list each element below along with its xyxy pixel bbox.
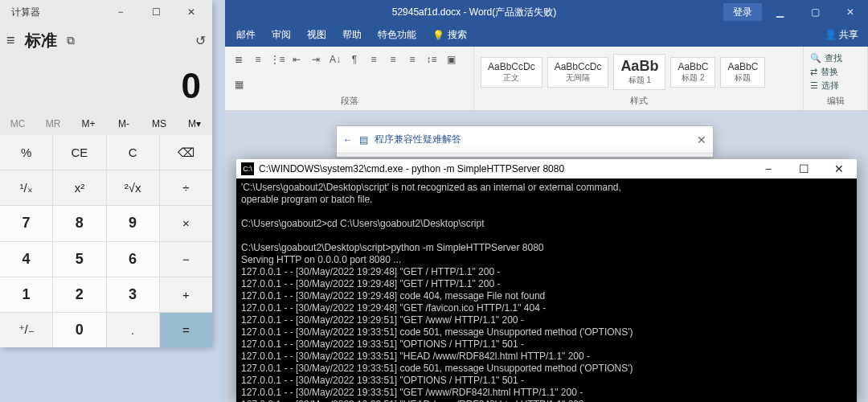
style-无间隔[interactable]: AaBbCcDc无间隔 [547,57,609,88]
key-÷[interactable]: ÷ [160,170,212,205]
ribbon-label-styles: 样式 [481,94,796,107]
word-share-label: 共享 [839,29,858,40]
key-¹/ₓ[interactable]: ¹/ₓ [0,170,52,205]
replace-button[interactable]: ⇄替换 [810,66,842,78]
ribbon-group-paragraph: ≣ ≡ ⋮≡ ⇤ ⇥ A↓ ¶ ≡ ≡ ≡ ↕≡ ▣ ▦ 段落 [225,47,474,110]
styles-gallery[interactable]: AaBbCcDc正文AaBbCcDc无间隔AaBb标题 1AaBbC标题 2Aa… [481,50,796,94]
key-CE[interactable]: CE [53,135,105,170]
key-²√x[interactable]: ²√x [107,170,159,205]
word-share-button[interactable]: 👤 共享 [815,23,868,47]
word-search[interactable]: 💡 搜索 [424,23,475,47]
word-login-button[interactable]: 登录 [723,3,762,21]
style-正文[interactable]: AaBbCcDc正文 [481,57,542,88]
tab-view[interactable]: 视图 [299,23,334,47]
cmd-minimize-icon[interactable]: − [751,162,786,175]
style-标题 2[interactable]: AaBbC标题 2 [670,57,715,88]
borders-icon[interactable]: ▦ [231,77,246,92]
select-icon: ☰ [810,80,818,91]
pin-icon[interactable]: ⧉ [67,34,75,47]
indent-increase-icon[interactable]: ⇥ [309,52,323,67]
key-−[interactable]: − [160,242,212,277]
align-left-icon[interactable]: ≡ [366,52,381,67]
tab-help[interactable]: 帮助 [334,23,370,47]
calculator-window: 计算器 − ☐ ✕ ≡ 标准 ⧉ ↺ 0 MCMRM+M-MSM▾ %CEC⌫¹… [0,0,212,347]
calc-header: ≡ 标准 ⧉ ↺ [0,24,212,56]
key-9[interactable]: 9 [107,206,159,240]
key-x²[interactable]: x² [53,170,105,205]
key-1[interactable]: 1 [0,277,52,312]
mem-m+[interactable]: M+ [71,113,106,135]
hamburger-icon[interactable]: ≡ [6,32,15,49]
bullets-icon[interactable]: ≣ [231,52,246,67]
calc-mode: 标准 [25,30,57,51]
cmd-icon: C:\ [241,162,254,175]
key-⁺/₋[interactable]: ⁺/₋ [0,313,52,347]
ribbon-label-paragraph: 段落 [231,94,467,107]
tab-mail[interactable]: 邮件 [228,23,264,47]
align-right-icon[interactable]: ≡ [405,52,420,67]
key-2[interactable]: 2 [53,277,105,312]
calc-minimize-icon[interactable]: − [103,0,138,24]
sort-icon[interactable]: A↓ [328,52,342,67]
word-titlebar: 52945af1d.docx - Word(产品激活失败) 登录 ▁ ▢ ✕ [225,0,868,24]
numbering-icon[interactable]: ≡ [251,52,265,67]
word-search-label: 搜索 [448,28,467,42]
key-C[interactable]: C [107,135,159,170]
compat-dialog: ← ▤ 程序兼容性疑难解答 ✕ [336,125,714,158]
mem-mr[interactable]: MR [35,113,71,135]
select-button[interactable]: ☰选择 [810,80,842,92]
cmd-close-icon[interactable]: ✕ [821,162,857,175]
ribbon-label-edit: 编辑 [810,94,861,107]
cmd-output[interactable]: 'C:\Users\goabout2\Desktop\script' is no… [236,178,857,402]
calc-maximize-icon[interactable]: ☐ [138,0,174,24]
key-3[interactable]: 3 [107,277,159,312]
word-title-text: 52945af1d.docx - Word(产品激活失败) [225,6,723,19]
key-.[interactable]: . [107,313,159,347]
paragraph-mark-icon[interactable]: ¶ [347,52,362,67]
key-7[interactable]: 7 [0,206,52,240]
tab-review[interactable]: 审阅 [264,23,299,47]
calc-memory-row: MCMRM+M-MSM▾ [0,113,212,135]
key-4[interactable]: 4 [0,242,52,277]
key-+[interactable]: + [160,277,212,312]
back-icon[interactable]: ← [343,134,353,146]
mem-m▾[interactable]: M▾ [177,113,212,135]
find-icon: 🔍 [810,53,821,64]
key-⌫[interactable]: ⌫ [160,135,212,170]
share-icon: 👤 [825,29,837,40]
word-maximize-icon[interactable]: ▢ [797,6,833,18]
key-6[interactable]: 6 [107,242,159,277]
shading-icon[interactable]: ▣ [444,52,458,67]
calc-close-icon[interactable]: ✕ [174,0,209,24]
align-center-icon[interactable]: ≡ [386,52,400,67]
dialog-close-icon[interactable]: ✕ [697,133,706,146]
word-close-icon[interactable]: ✕ [833,6,868,18]
history-icon[interactable]: ↺ [195,33,206,48]
mem-mc[interactable]: MC [0,113,35,135]
word-minimize-icon[interactable]: ▁ [762,6,797,18]
calc-title: 计算器 [3,6,103,19]
cmd-title: C:\WINDOWS\system32\cmd.exe - python -m … [259,163,751,174]
word-ribbon: ≣ ≡ ⋮≡ ⇤ ⇥ A↓ ¶ ≡ ≡ ≡ ↕≡ ▣ ▦ 段落 AaBbCcDc… [225,47,868,111]
calc-display: 0 [0,56,212,113]
key-×[interactable]: × [160,206,212,240]
key-=[interactable]: = [160,313,212,347]
style-标题 1[interactable]: AaBb标题 1 [613,54,665,90]
key-5[interactable]: 5 [53,242,105,277]
key-%[interactable]: % [0,135,52,170]
style-标题[interactable]: AaBbC标题 [720,57,765,88]
multilevel-icon[interactable]: ⋮≡ [270,52,285,67]
mem-ms[interactable]: MS [141,113,177,135]
cmd-maximize-icon[interactable]: ☐ [786,162,821,175]
line-spacing-icon[interactable]: ↕≡ [424,52,439,67]
tab-special[interactable]: 特色功能 [370,23,424,47]
key-0[interactable]: 0 [53,313,105,347]
find-button[interactable]: 🔍查找 [810,52,842,64]
key-8[interactable]: 8 [53,206,105,240]
dialog-titlebar[interactable]: ← ▤ 程序兼容性疑难解答 ✕ [337,126,713,154]
bulb-icon: 💡 [432,30,444,41]
calc-keypad: %CEC⌫¹/ₓx²²√x÷789×456−123+⁺/₋0.= [0,135,212,347]
indent-decrease-icon[interactable]: ⇤ [289,52,304,67]
mem-m-[interactable]: M- [106,113,141,135]
ribbon-group-edit: 🔍查找 ⇄替换 ☰选择 编辑 [804,47,868,110]
